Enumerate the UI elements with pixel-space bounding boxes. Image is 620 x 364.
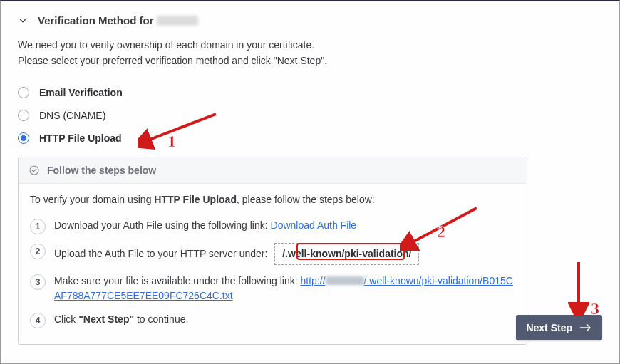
- step-1-text: Download your Auth File using the follow…: [54, 218, 515, 233]
- step-4-bold: "Next Step": [78, 313, 134, 325]
- step-4-pre: Click: [54, 313, 78, 325]
- step-number: 1: [30, 219, 46, 234]
- step-3-text: Make sure your file is available under t…: [54, 274, 515, 303]
- section-title: Verification Method for: [38, 14, 198, 26]
- step-1-pre: Download your Auth File using the follow…: [54, 219, 271, 231]
- method-email[interactable]: Email Verification: [18, 81, 602, 104]
- step-4: 4 Click "Next Step" to continue.: [30, 308, 515, 333]
- method-http[interactable]: HTTP File Upload: [18, 127, 602, 150]
- step-number: 3: [30, 274, 46, 290]
- step-number: 4: [30, 313, 46, 328]
- step-3: 3 Make sure your file is available under…: [30, 269, 515, 308]
- panel-lead: To verify your domain using HTTP File Up…: [30, 194, 515, 205]
- domain-redacted: [326, 276, 364, 285]
- section-title-text: Verification Method for: [38, 14, 157, 26]
- next-step-button[interactable]: Next Step: [516, 315, 602, 340]
- intro-text: We need you to verify ownership of each …: [18, 38, 602, 68]
- svg-point-0: [30, 166, 38, 175]
- domain-redacted: [157, 16, 198, 26]
- intro-line-2: Please select your preferred verificatio…: [18, 53, 602, 69]
- download-auth-file-link[interactable]: Download Auth File: [271, 219, 357, 231]
- method-dns[interactable]: DNS (CNAME): [18, 104, 602, 127]
- panel-body: To verify your domain using HTTP File Up…: [19, 184, 527, 344]
- method-http-label: HTTP File Upload: [39, 132, 122, 144]
- method-dns-label: DNS (CNAME): [39, 110, 105, 121]
- lead-pre: To verify your domain using: [30, 194, 154, 205]
- check-circle-icon: [29, 165, 40, 176]
- page-root: Verification Method for We need you to v…: [0, 0, 620, 364]
- upload-path: /.well-known/pki-validation/: [274, 243, 419, 265]
- annotation-arrow-3: [568, 259, 589, 316]
- step-2-pre: Upload the Auth File to your HTTP server…: [54, 248, 267, 259]
- step-1: 1 Download your Auth File using the foll…: [30, 214, 515, 239]
- section-header[interactable]: Verification Method for: [18, 14, 602, 26]
- verification-methods: Email Verification DNS (CNAME) HTTP File…: [18, 81, 602, 150]
- intro-line-1: We need you to verify ownership of each …: [18, 38, 602, 53]
- step-2-text: Upload the Auth File to your HTTP server…: [54, 243, 515, 265]
- steps-list: 1 Download your Auth File using the foll…: [30, 214, 515, 333]
- radio-icon: [18, 87, 29, 98]
- step-number: 2: [30, 244, 46, 259]
- radio-icon-selected: [18, 132, 29, 144]
- panel-header: Follow the steps below: [19, 157, 527, 184]
- panel-heading-text: Follow the steps below: [47, 165, 156, 176]
- step-3-pre: Make sure your file is available under t…: [54, 275, 301, 286]
- radio-icon: [18, 110, 29, 121]
- step-4-post: to continue.: [134, 313, 188, 325]
- next-step-label: Next Step: [526, 322, 572, 333]
- lead-bold: HTTP File Upload: [154, 194, 237, 205]
- arrow-right-icon: [579, 323, 592, 333]
- step-4-text: Click "Next Step" to continue.: [54, 312, 515, 327]
- step-2: 2 Upload the Auth File to your HTTP serv…: [30, 239, 515, 269]
- url-scheme: http://: [301, 275, 326, 286]
- chevron-down-icon: [18, 16, 28, 26]
- method-email-label: Email Verification: [39, 87, 123, 98]
- lead-post: , please follow the steps below:: [237, 194, 375, 205]
- instructions-panel: Follow the steps below To verify your do…: [18, 157, 527, 345]
